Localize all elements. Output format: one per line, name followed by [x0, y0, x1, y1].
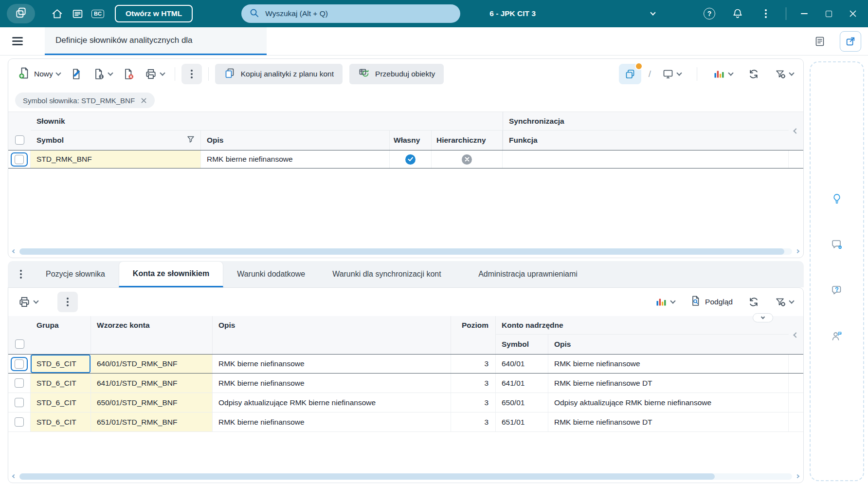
help-icon[interactable]: ? — [699, 3, 720, 24]
tabs-kebab-icon[interactable] — [10, 261, 32, 287]
menu-icon[interactable] — [7, 27, 28, 55]
cell-wzorzec-konta[interactable]: 651/01/STD_RMK_BNF — [91, 412, 213, 431]
scrollbar-thumb[interactable] — [19, 473, 715, 480]
print-icon[interactable] — [141, 64, 168, 84]
column-header-grupa[interactable]: Grupa — [31, 316, 91, 354]
cell-wzorzec-konta[interactable]: 650/01/STD_RMK_BNF — [91, 393, 213, 412]
cell-nadrzedne-symbol[interactable]: 641/01 — [496, 374, 548, 393]
cell-poziom[interactable]: 3 — [451, 393, 496, 412]
tab-konta-ze-slownikiem[interactable]: Konta ze słownikiem — [119, 261, 223, 287]
column-nav-prev-icon[interactable] — [789, 112, 803, 150]
column-nav-prev-icon[interactable] — [789, 316, 803, 354]
column-group-synchronizacja[interactable]: Synchronizacja — [503, 112, 789, 131]
cell-nadrzedne-symbol[interactable]: 650/01 — [496, 393, 548, 412]
select-all-checkbox[interactable] — [15, 339, 24, 349]
edit-document-icon[interactable] — [66, 64, 87, 84]
cell-nadrzedne-opis[interactable]: RMK bierne niefinansowe DT — [548, 374, 789, 393]
cell-wlasny[interactable] — [390, 150, 432, 168]
row-checkbox[interactable] — [15, 359, 24, 369]
column-header-symbol[interactable]: Symbol — [31, 131, 201, 150]
cell-opis[interactable]: RMK bierne niefinansowe — [201, 150, 390, 168]
copy-analytics-button[interactable]: Kopiuj analityki z planu kont — [215, 64, 343, 84]
analysis-chart-icon[interactable] — [709, 64, 737, 84]
notes-panel-icon[interactable] — [810, 31, 830, 52]
scrollbar-track[interactable] — [19, 473, 792, 480]
cell-grupa[interactable]: STD_6_CIT — [31, 393, 91, 412]
cell-grupa[interactable]: STD_6_CIT — [31, 412, 91, 431]
scroll-right-icon[interactable] — [794, 472, 801, 480]
column-header-funkcja[interactable]: Funkcja — [503, 131, 789, 150]
cell-grupa[interactable]: STD_6_CIT — [31, 355, 91, 373]
delete-document-icon[interactable] — [118, 64, 139, 84]
row-checkbox[interactable] — [15, 398, 24, 407]
scrollbar-track[interactable] — [19, 248, 792, 255]
scroll-right-icon[interactable] — [794, 247, 801, 255]
cell-nadrzedne-opis[interactable]: RMK bierne niefinansowe — [548, 355, 789, 373]
print-icon[interactable] — [14, 292, 42, 312]
cell-nadrzedne-opis[interactable]: Odpisy aktualizujące RMK bierne niefinan… — [548, 393, 789, 412]
filter-funnel-icon[interactable] — [187, 135, 195, 145]
tab-warunki-dodatkowe[interactable]: Warunki dodatkowe — [223, 261, 319, 287]
row-checkbox[interactable] — [15, 155, 24, 164]
cell-symbol[interactable]: STD_RMK_BNF — [31, 150, 201, 168]
tab-warunki-synchronizacji[interactable]: Warunki dla synchronizacji kont — [319, 261, 465, 287]
cell-poziom[interactable]: 3 — [451, 412, 496, 431]
cell-wzorzec-konta[interactable]: 641/01/STD_RMK_BNF — [91, 374, 213, 393]
cell-funkcja[interactable] — [503, 150, 789, 168]
scroll-left-icon[interactable] — [10, 472, 18, 480]
cell-opis[interactable]: RMK bierne niefinansowe — [213, 355, 451, 373]
cell-hierarchiczny[interactable] — [432, 150, 503, 168]
column-header-hierarchiczny[interactable]: Hierarchiczny — [432, 131, 503, 150]
window-view-icon[interactable] — [658, 64, 685, 84]
cell-poziom[interactable]: 3 — [451, 374, 496, 393]
column-header-poziom[interactable]: Poziom — [451, 316, 496, 354]
tab-definicje-slownikow[interactable]: Definicje słowników analitycznych dla — [45, 27, 267, 55]
cell-wzorzec-konta[interactable]: 640/01/STD_RMK_BNF — [91, 355, 213, 373]
new-button[interactable]: Nowy — [14, 64, 64, 84]
bc-module-icon[interactable]: BC — [88, 3, 108, 24]
table-row[interactable]: STD_6_CIT 641/01/STD_RMK_BNF RMK bierne … — [8, 374, 803, 393]
suggestions-bulb-icon[interactable] — [828, 190, 846, 207]
column-header-opis[interactable]: Opis — [201, 131, 390, 150]
more-actions-kebab-icon[interactable] — [57, 292, 78, 312]
column-header-wzorzec-konta[interactable]: Wzorzec konta — [91, 316, 213, 354]
news-icon[interactable] — [67, 3, 88, 24]
cell-opis[interactable]: RMK bierne niefinansowe — [213, 412, 451, 431]
cell-grupa[interactable]: STD_6_CIT — [31, 374, 91, 393]
view-settings-icon[interactable] — [771, 292, 797, 312]
document-info-icon[interactable] — [89, 64, 116, 84]
row-checkbox[interactable] — [15, 378, 24, 388]
close-button[interactable] — [845, 5, 861, 22]
tab-pozycje-slownika[interactable]: Pozycje słownika — [32, 261, 119, 287]
column-header-nadrzedne-symbol[interactable]: Symbol — [496, 335, 548, 354]
table-row[interactable]: STD_RMK_BNF RMK bierne niefinansowe — [8, 150, 803, 169]
refresh-icon[interactable] — [744, 292, 763, 312]
help-chat-icon[interactable] — [828, 281, 846, 299]
cell-poziom[interactable]: 3 — [451, 355, 496, 373]
column-group-konto-nadrzedne[interactable]: Konto nadrzędne — [496, 316, 789, 335]
chat-icon[interactable] — [828, 236, 846, 253]
scrollbar-thumb[interactable] — [19, 248, 784, 255]
preview-button[interactable]: Podgląd — [686, 292, 737, 312]
filter-chip-symbol[interactable]: Symbol słownika: STD_RMK_BNF — [15, 93, 155, 108]
rebuild-objects-button[interactable]: Przebuduj obiekty — [349, 64, 444, 84]
tab-administracja-uprawnieniami[interactable]: Administracja uprawnieniami — [465, 261, 601, 287]
context-selector[interactable]: 6 - JPK CIT 3 — [486, 9, 659, 18]
open-external-icon[interactable] — [840, 31, 861, 52]
column-group-slownik[interactable]: Słownik — [31, 112, 503, 131]
cell-opis[interactable]: RMK bierne niefinansowe — [213, 374, 451, 393]
notifications-bell-icon[interactable] — [727, 3, 748, 24]
analysis-chart-icon[interactable] — [651, 292, 679, 312]
minimize-button[interactable] — [796, 5, 813, 22]
table-row[interactable]: STD_6_CIT 640/01/STD_RMK_BNF RMK bierne … — [8, 354, 803, 374]
app-logo[interactable] — [7, 4, 35, 23]
contact-person-icon[interactable] — [828, 327, 846, 345]
related-objects-icon[interactable] — [619, 64, 641, 84]
column-header-wlasny[interactable]: Własny — [390, 131, 432, 150]
maximize-button[interactable] — [820, 5, 837, 22]
home-icon[interactable] — [47, 3, 67, 24]
collapse-panel-icon[interactable] — [753, 313, 773, 322]
table-row[interactable]: STD_6_CIT 650/01/STD_RMK_BNF Odpisy aktu… — [8, 393, 803, 412]
table-row[interactable]: STD_6_CIT 651/01/STD_RMK_BNF RMK bierne … — [8, 412, 803, 432]
row-checkbox[interactable] — [15, 417, 24, 427]
